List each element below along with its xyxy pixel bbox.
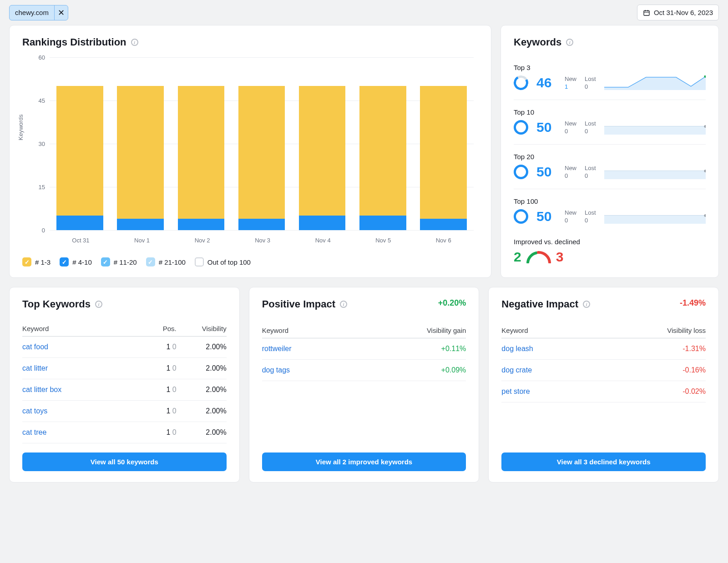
keyword-link[interactable]: dog crate <box>501 366 532 374</box>
bar-segment-4-10 <box>56 216 103 230</box>
new-lost: Lost0 <box>585 120 596 135</box>
new-lost: New0 <box>565 120 576 135</box>
keyword-link[interactable]: cat litter box <box>22 386 61 393</box>
bar-segment-4-10 <box>178 219 225 230</box>
x-tick: Nov 3 <box>255 237 270 244</box>
legend-label: # 1-3 <box>35 258 51 266</box>
col-loss: Visibility loss <box>593 323 706 338</box>
checkbox-icon[interactable] <box>101 257 110 266</box>
info-icon[interactable]: i <box>583 301 590 308</box>
info-icon[interactable]: i <box>566 39 573 46</box>
col-keyword: Keyword <box>22 321 145 337</box>
bar-column <box>56 57 103 230</box>
x-tick: Nov 4 <box>315 237 331 244</box>
keyword-link[interactable]: pet store <box>501 387 530 395</box>
legend-label: # 4-10 <box>72 258 92 266</box>
kw-group-label: Top 10 <box>514 108 706 116</box>
rankings-chart: Keywords 015304560 Oct 31Nov 1Nov 2Nov 3… <box>22 53 478 248</box>
improved-vs-declined: Improved vs. declined 2 3 <box>514 238 706 265</box>
new-lost: Lost0 <box>585 209 596 224</box>
position-cell: 1 0 <box>145 358 177 379</box>
top-keywords-table: Keyword Pos. Visibility cat food 1 0 2.0… <box>22 321 227 443</box>
rankings-distribution-card: Rankings Distribution i Keywords 0153045… <box>9 25 491 278</box>
negative-impact-title: Negative Impact i <box>501 298 590 310</box>
bar-column <box>299 57 346 230</box>
calendar-icon <box>643 9 650 16</box>
keywords-title: Keywords i <box>514 36 706 48</box>
new-lost: New0 <box>565 165 576 179</box>
checkbox-icon[interactable] <box>60 257 69 266</box>
kw-group-label: Top 3 <box>514 64 706 71</box>
checkbox-icon[interactable] <box>146 257 155 266</box>
x-tick: Nov 2 <box>195 237 210 244</box>
table-row: cat litter 1 0 2.00% <box>22 358 227 379</box>
x-tick: Nov 5 <box>375 237 391 244</box>
new-lost: New1 <box>565 75 576 90</box>
keyword-link[interactable]: rottweiler <box>262 345 292 352</box>
keyword-link[interactable]: dog tags <box>262 366 290 374</box>
table-row: dog crate -0.16% <box>501 360 706 381</box>
svg-rect-0 <box>644 10 649 15</box>
col-keyword: Keyword <box>262 323 349 338</box>
chart-legend: # 1-3# 4-10# 11-20# 21-100Out of top 100 <box>22 257 478 266</box>
kw-group-value: 50 <box>536 120 556 135</box>
keyword-link[interactable]: cat litter <box>22 364 48 372</box>
table-row: dog tags +0.09% <box>262 360 466 381</box>
bar-column <box>178 57 225 230</box>
gauge-icon <box>526 251 551 263</box>
keyword-group-row: Top 3 46 New1 Lost0 <box>514 55 706 100</box>
close-icon[interactable]: ✕ <box>54 5 68 20</box>
table-row: cat food 1 0 2.00% <box>22 337 227 358</box>
info-icon[interactable]: i <box>95 301 102 308</box>
positive-impact-card: Positive Impact i +0.20% Keyword Visibil… <box>249 287 480 483</box>
keyword-link[interactable]: cat food <box>22 343 48 351</box>
legend-item[interactable]: # 1-3 <box>22 257 51 266</box>
new-lost: Lost0 <box>585 165 596 179</box>
view-all-keywords-button[interactable]: View all 50 keywords <box>22 452 227 471</box>
table-row: pet store -0.02% <box>501 381 706 402</box>
position-cell: 1 0 <box>145 379 177 401</box>
bar-column <box>238 57 285 230</box>
y-axis-label: Keywords <box>17 114 24 140</box>
view-declined-button[interactable]: View all 3 declined keywords <box>501 452 706 471</box>
legend-item[interactable]: # 4-10 <box>60 257 92 266</box>
bar-segment-1-3 <box>299 86 346 216</box>
keyword-link[interactable]: cat tree <box>22 428 46 436</box>
negative-impact-card: Negative Impact i -1.49% Keyword Visibil… <box>488 287 719 483</box>
legend-item[interactable]: # 21-100 <box>146 257 186 266</box>
ring-icon <box>512 74 530 91</box>
gain-cell: +0.09% <box>349 360 466 381</box>
new-lost: New0 <box>565 209 576 224</box>
info-icon[interactable]: i <box>131 39 138 46</box>
y-tick: 30 <box>31 141 45 147</box>
col-visibility: Visibility <box>177 321 227 337</box>
bar-segment-1-3 <box>359 86 406 216</box>
bar-segment-4-10 <box>299 216 346 230</box>
kw-group-label: Top 100 <box>514 197 706 205</box>
bar-segment-4-10 <box>420 219 467 230</box>
negative-impact-total: -1.49% <box>680 298 706 308</box>
view-improved-button[interactable]: View all 2 improved keywords <box>262 452 466 471</box>
keyword-link[interactable]: cat toys <box>22 407 47 415</box>
col-pos: Pos. <box>145 321 177 337</box>
keyword-link[interactable]: dog leash <box>501 345 533 352</box>
positive-impact-title: Positive Impact i <box>262 298 347 310</box>
date-range-picker[interactable]: Oct 31-Nov 6, 2023 <box>637 5 719 20</box>
x-tick: Oct 31 <box>72 237 89 244</box>
top-bar: chewy.com ✕ Oct 31-Nov 6, 2023 <box>0 0 728 25</box>
checkbox-icon[interactable] <box>22 257 31 266</box>
checkbox-icon[interactable] <box>195 257 204 266</box>
loss-cell: -0.16% <box>593 360 706 381</box>
position-cell: 1 0 <box>145 337 177 358</box>
improved-count: 2 <box>514 249 521 265</box>
loss-cell: -0.02% <box>593 381 706 402</box>
position-cell: 1 0 <box>145 422 177 443</box>
x-tick: Nov 1 <box>134 237 150 244</box>
keyword-group-row: Top 100 50 New0 Lost0 <box>514 189 706 233</box>
legend-label: # 21-100 <box>159 258 186 266</box>
info-icon[interactable]: i <box>340 301 347 308</box>
legend-item[interactable]: # 11-20 <box>101 257 137 266</box>
col-gain: Visibility gain <box>349 323 466 338</box>
legend-item[interactable]: Out of top 100 <box>195 257 251 266</box>
domain-chip[interactable]: chewy.com ✕ <box>9 5 68 20</box>
